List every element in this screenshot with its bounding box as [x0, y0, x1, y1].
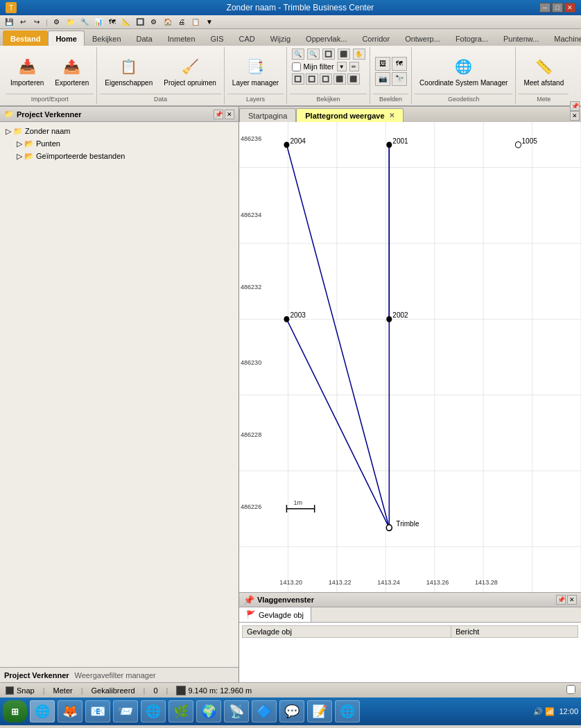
- taskbar-app-skype[interactable]: 💬: [279, 700, 304, 722]
- tab-fotografie[interactable]: Fotogra...: [448, 31, 496, 46]
- tree-item-root[interactable]: ▷ 📁 Zonder naam: [3, 125, 236, 137]
- filter-edit[interactable]: ✏: [349, 62, 359, 71]
- tab-wijzig[interactable]: Wijzig: [263, 31, 298, 46]
- qb-dropdown-button[interactable]: ▼: [203, 17, 216, 28]
- svg-text:486234: 486234: [241, 210, 261, 218]
- ribbon-tab-bar: Bestand Home Bekijken Data Inmeten GIS C…: [0, 29, 581, 46]
- beelden-btn4[interactable]: 🔭: [392, 72, 407, 86]
- svg-text:2003: 2003: [290, 311, 306, 319]
- tab-home[interactable]: Home: [48, 31, 85, 46]
- meet-afstand-button[interactable]: 📏 Meet afstand: [519, 51, 569, 92]
- viewport-close-button[interactable]: ✕: [570, 111, 580, 121]
- taskbar-app-chrome[interactable]: 🌐: [141, 700, 166, 722]
- tab-startpagina[interactable]: Startpagina: [239, 108, 296, 122]
- taskbar-app-mail[interactable]: 📧: [85, 700, 110, 722]
- maximize-button[interactable]: □: [552, 3, 563, 12]
- ribbon-group-label-import-export: Import/Export: [6, 94, 94, 103]
- taskbar-right: 🔊 📶 12:00: [533, 707, 578, 716]
- zoom-fit-button[interactable]: 🔲: [322, 49, 335, 60]
- tab-close-icon[interactable]: ✕: [389, 112, 394, 119]
- beelden-btn3[interactable]: 📷: [375, 72, 390, 86]
- filter-checkbox[interactable]: [292, 62, 301, 71]
- zoom-window-button[interactable]: ⬛: [338, 49, 350, 60]
- window-controls[interactable]: ─ □ ✕: [539, 3, 575, 12]
- canvas-area[interactable]: 486236 486234 486232 486230 486228 48622…: [239, 122, 581, 592]
- beelden-btn2[interactable]: 🗺: [392, 57, 407, 71]
- view-btn3[interactable]: 🔲: [320, 73, 332, 85]
- beelden-btn1[interactable]: 🖼: [375, 57, 390, 71]
- tab-oppervlak[interactable]: Oppervlak...: [298, 31, 354, 46]
- close-button[interactable]: ✕: [564, 3, 575, 12]
- vlaggen-tab-gevlagde-label: Gevlagde obj: [259, 611, 304, 619]
- taskbar-app-browser[interactable]: 🌐: [335, 700, 360, 722]
- qb-btn3[interactable]: 🗺: [106, 17, 119, 28]
- qb-btn9[interactable]: 📋: [189, 17, 202, 28]
- tree-item-punten[interactable]: ▷ 📂 Punten: [3, 137, 236, 150]
- taskbar-app-outlook[interactable]: 📨: [113, 700, 138, 722]
- qb-btn6[interactable]: ⚙: [148, 17, 160, 28]
- qb-undo-button[interactable]: ↩: [17, 17, 29, 28]
- vlaggen-tab-gevlagde[interactable]: 🚩 Gevlagde obj: [239, 607, 311, 622]
- layer-manager-button[interactable]: 📑 Layer manager: [227, 51, 284, 92]
- qb-save-button[interactable]: 💾: [3, 17, 15, 28]
- qb-btn5[interactable]: 🔲: [134, 17, 146, 28]
- taskbar-app-notes[interactable]: 📝: [307, 700, 332, 722]
- pan-button[interactable]: ✋: [353, 49, 365, 60]
- qb-btn4[interactable]: 📐: [120, 17, 132, 28]
- qb-btn2[interactable]: 📊: [92, 17, 105, 28]
- taskbar-app-evernote[interactable]: 🌿: [168, 700, 193, 722]
- tab-ontwerp[interactable]: Ontwerp...: [397, 31, 448, 46]
- taskbar-app-firefox[interactable]: 🦊: [58, 700, 83, 722]
- qb-open-button[interactable]: 📁: [64, 17, 77, 28]
- zoom-out-button[interactable]: 🔍: [307, 49, 320, 60]
- status-checkbox[interactable]: [566, 685, 575, 694]
- view-btn5[interactable]: ⬛: [347, 73, 360, 85]
- qb-btn1[interactable]: 🔧: [78, 17, 91, 28]
- tab-inmeten[interactable]: Inmeten: [160, 31, 203, 46]
- weergavefilter-tab[interactable]: Weergavefilter manager: [75, 671, 156, 679]
- zoom-in-button[interactable]: 🔍: [292, 49, 304, 60]
- close-panel-button[interactable]: ✕: [225, 110, 234, 119]
- tab-bestand[interactable]: Bestand: [3, 31, 48, 46]
- tab-machine[interactable]: Machine...: [546, 31, 581, 46]
- taskbar-app-ie[interactable]: 🌐: [30, 700, 55, 722]
- taskbar-app-trimble[interactable]: 📡: [224, 700, 249, 722]
- project-opruimen-button[interactable]: 🧹 Project opruimen: [159, 51, 221, 92]
- view-btn1[interactable]: 🔲: [292, 73, 304, 85]
- ribbon-group-bekijken: 🔍 🔍 🔲 ⬛ ✋ Mijn filter ▼ ✏ 🔲 🔲 🔲 ⬛ ⬛ Beki…: [287, 47, 370, 104]
- zoom-controls: 🔍 🔍 🔲 ⬛ ✋: [292, 49, 365, 60]
- qb-btn8[interactable]: 🖨: [175, 17, 188, 28]
- vlaggen-tab-icon: 🚩: [246, 610, 256, 619]
- tab-bekijken[interactable]: Bekijken: [85, 31, 129, 46]
- taskbar-app-app2[interactable]: 🔷: [252, 700, 277, 722]
- view-btn4[interactable]: ⬛: [333, 73, 346, 85]
- tab-cad[interactable]: CAD: [232, 31, 263, 46]
- tab-data[interactable]: Data: [129, 31, 160, 46]
- windows-icon: ⊞: [11, 707, 19, 717]
- qb-settings-button[interactable]: ⚙: [51, 17, 63, 28]
- start-button[interactable]: ⊞: [3, 700, 27, 722]
- project-tree: ▷ 📁 Zonder naam ▷ 📂 Punten ▷ 📂 Geïmporte…: [0, 122, 239, 667]
- vlaggen-close-button[interactable]: ✕: [567, 595, 577, 605]
- tab-gis[interactable]: GIS: [203, 31, 232, 46]
- export-button[interactable]: 📤 Exporteren: [50, 51, 94, 92]
- tab-puntenwolk[interactable]: Puntenw...: [496, 31, 546, 46]
- view-btn2[interactable]: 🔲: [306, 73, 318, 85]
- svg-text:1413.24: 1413.24: [377, 578, 400, 586]
- coordinate-system-button[interactable]: 🌐 Coordinate System Manager: [415, 51, 512, 92]
- tab-plattegrond[interactable]: Plattegrond weergave ✕: [296, 108, 403, 122]
- qb-btn7[interactable]: 🏠: [162, 17, 174, 28]
- pin-button[interactable]: 📌: [214, 110, 223, 119]
- import-button[interactable]: 📥 Importeren: [6, 51, 49, 92]
- filter-dropdown[interactable]: ▼: [337, 62, 347, 71]
- viewport-pin-button[interactable]: 📌: [570, 101, 580, 111]
- vlaggen-pin-button[interactable]: 📌: [556, 595, 566, 605]
- taskbar-app-globe[interactable]: 🌍: [196, 700, 221, 722]
- project-verkenner-tab[interactable]: Project Verkenner: [4, 671, 69, 679]
- viewport-tab-bar: Startpagina Plattegrond weergave ✕ 📌 ✕: [239, 107, 581, 122]
- minimize-button[interactable]: ─: [539, 3, 550, 12]
- eigenschappen-button[interactable]: 📋 Eigenschappen: [100, 51, 157, 92]
- tab-corridor[interactable]: Corridor: [354, 31, 397, 46]
- tree-item-geimporteerde[interactable]: ▷ 📂 Geïmporteerde bestanden: [3, 150, 236, 162]
- qb-redo-button[interactable]: ↪: [31, 17, 43, 28]
